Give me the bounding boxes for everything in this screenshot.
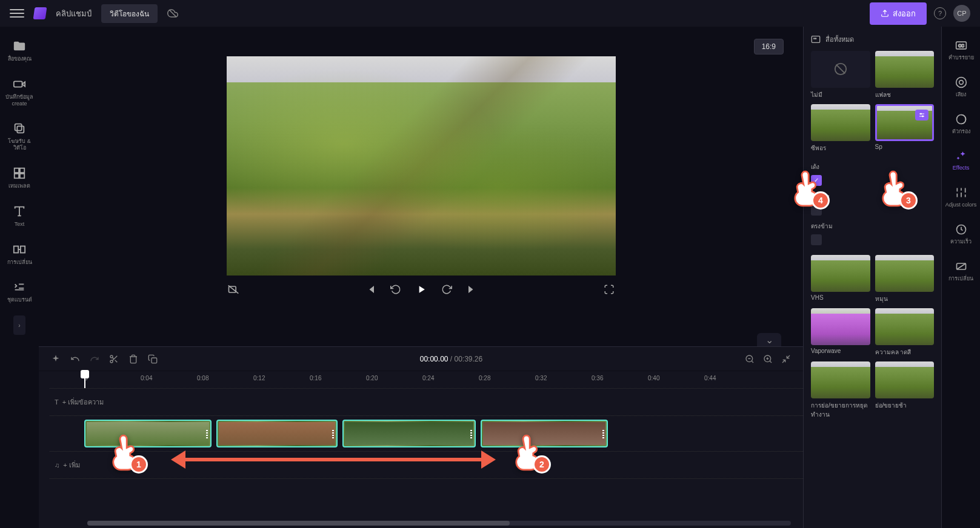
redo-button[interactable] (88, 353, 101, 365)
tab-effects[interactable]: Effects (944, 144, 978, 176)
timeline-time: 00:00.00 / 00:39.26 (166, 355, 736, 363)
video-clip-2[interactable] (216, 420, 338, 447)
delete-button[interactable] (127, 353, 139, 365)
tab-captions[interactable]: CC คำบรรยาย (944, 34, 978, 66)
svg-rect-8 (14, 246, 18, 252)
sidebar-music[interactable]: โฆษรับ & วิดีโอ (2, 116, 36, 156)
music-icon: ♫ (55, 461, 59, 469)
effect-none[interactable]: ไม่มี (811, 51, 870, 99)
svg-point-34 (959, 80, 963, 84)
grid-icon (12, 166, 27, 180)
fullscreen-button[interactable] (602, 283, 616, 296)
effect-freeze-zoom[interactable]: การย่อ/ขยายการหยุดทำงาน (811, 361, 870, 419)
svg-rect-2 (15, 124, 22, 131)
tutorial-hand-2: 2 (506, 429, 548, 471)
folder-icon (12, 39, 27, 53)
effect-vaporwave[interactable]: Vaporwave (811, 308, 870, 357)
menu-button[interactable] (10, 6, 24, 21)
checkbox-reverse[interactable] (811, 234, 822, 245)
effect-slow-zoom[interactable]: ย่อ/ขยายช้า (875, 361, 935, 419)
video-track[interactable] (50, 420, 803, 447)
preview-area: 16:9 (39, 27, 803, 333)
undo-button[interactable] (69, 353, 81, 365)
panel-collapse-button[interactable]: › (803, 277, 804, 304)
audio-track[interactable]: ♫+ เพิ่ม (50, 451, 803, 479)
svg-rect-3 (17, 127, 24, 133)
svg-line-26 (836, 65, 845, 74)
project-tab[interactable]: วิดีโอของฉัน (101, 4, 158, 23)
aspect-ratio-button[interactable]: 16:9 (754, 39, 784, 54)
effect-adjust-button[interactable] (915, 110, 928, 120)
text-icon (12, 204, 27, 219)
skip-start-button[interactable] (364, 283, 377, 296)
sidebar-expand-button[interactable]: › (13, 315, 25, 335)
effect-vhs[interactable]: VHS (811, 255, 870, 303)
text-track[interactable]: T+ เพิ่มข้อความ (50, 388, 803, 416)
sidebar-transitions[interactable]: การเปลี่ยน (2, 237, 36, 271)
tab-speed[interactable]: ความเร็ว (944, 218, 978, 250)
sidebar-brand[interactable]: ชุดเเบรนด์ (2, 275, 36, 308)
tab-filters[interactable]: ตัวกรอง (944, 108, 978, 140)
tab-audio[interactable]: เสียง (944, 71, 978, 103)
effect-spin[interactable]: Sp (875, 104, 935, 153)
collapse-timeline-button[interactable]: ⌄ (757, 333, 781, 346)
tutorial-hand-1: 1 (103, 429, 145, 471)
effect-rotate[interactable]: หมุน (875, 255, 935, 303)
svg-rect-9 (21, 246, 25, 252)
skip-end-button[interactable] (465, 283, 479, 296)
split-button[interactable] (108, 353, 120, 365)
timeline-scrollbar[interactable] (87, 521, 791, 526)
timeline-ruler[interactable]: 0 0:04 0:08 0:12 0:16 0:20 0:24 0:28 0:3… (39, 371, 803, 388)
magic-tool[interactable] (50, 353, 62, 365)
effect-chromatic[interactable]: ความคล าดสี (875, 308, 935, 357)
sidebar-record[interactable]: บันทึกข้อมูล create (2, 72, 36, 112)
tutorial-hand-3: 3 (873, 165, 915, 207)
effect-sepia[interactable]: ซีพอร (811, 104, 870, 153)
svg-point-24 (815, 38, 816, 39)
svg-point-29 (921, 113, 922, 114)
option-reverse[interactable]: ตรงข้าม (811, 222, 934, 245)
export-button[interactable]: ส่งออก (870, 2, 927, 25)
effects-panel: › สื่อทั้งหมด ไม่มี แฟลช ซีพอร Sp (803, 27, 941, 528)
svg-line-0 (169, 10, 176, 17)
user-avatar[interactable]: CP (953, 5, 970, 22)
svg-point-30 (922, 116, 924, 117)
sidebar-text[interactable]: Text (2, 199, 36, 233)
zoom-in-button[interactable] (762, 353, 774, 365)
fade-icon (955, 260, 968, 273)
cloud-sync-icon[interactable] (167, 8, 178, 19)
brand-icon (12, 280, 27, 294)
sidebar-right: CC คำบรรยาย เสียง ตัวกรอง Effects Adjust… (941, 27, 980, 528)
play-button[interactable] (415, 283, 428, 296)
layers-icon (12, 121, 27, 136)
svg-rect-6 (15, 174, 19, 178)
svg-rect-5 (20, 168, 24, 173)
adjust-icon (955, 186, 968, 199)
video-clip-3[interactable] (342, 420, 476, 447)
sidebar-media[interactable]: สื่อของคุณ (2, 34, 36, 67)
sidebar-templates[interactable]: เทมเพลต (2, 161, 36, 194)
svg-point-13 (110, 360, 113, 363)
tutorial-arrow (182, 458, 485, 461)
sliders-icon (918, 111, 925, 119)
app-title: คลิปแชมป์ (56, 7, 92, 20)
fit-button[interactable] (780, 353, 792, 365)
playback-controls (227, 276, 616, 303)
forward-button[interactable] (440, 283, 453, 296)
text-icon: T (55, 398, 59, 406)
effect-flash[interactable]: แฟลช (875, 51, 935, 99)
tab-fade[interactable]: การเปลี่ยน (944, 255, 978, 287)
svg-point-33 (956, 77, 966, 87)
svg-rect-1 (14, 81, 22, 87)
zoom-out-button[interactable] (744, 353, 756, 365)
rewind-button[interactable] (389, 283, 402, 296)
no-camera-icon[interactable] (227, 283, 240, 296)
duplicate-button[interactable] (147, 353, 159, 365)
svg-rect-4 (15, 168, 19, 173)
video-preview[interactable] (227, 56, 616, 276)
svg-text:CC: CC (958, 44, 964, 48)
playhead[interactable] (84, 371, 85, 388)
app-logo-icon (33, 7, 47, 19)
tab-adjust-colors[interactable]: Adjust colors (944, 181, 978, 213)
help-button[interactable]: ? (934, 7, 946, 19)
